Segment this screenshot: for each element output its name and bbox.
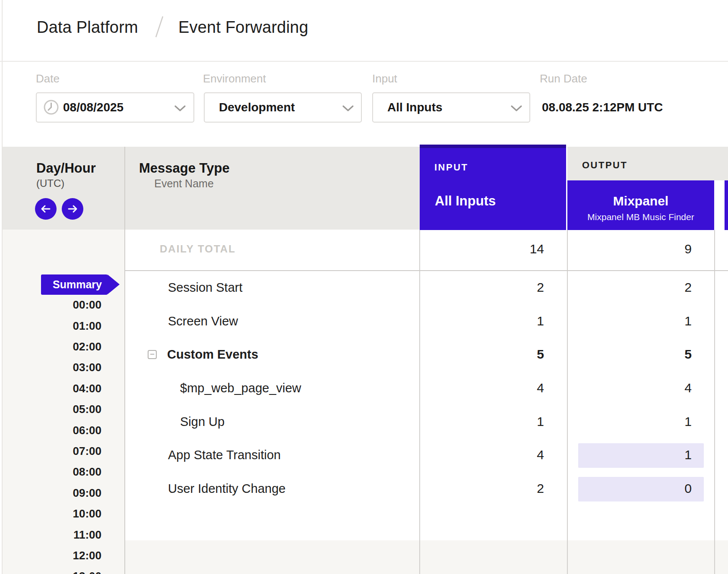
output-count: 4 <box>597 381 692 395</box>
gridline <box>419 230 420 574</box>
environment-select[interactable]: Development <box>204 92 362 123</box>
event-row-name: Custom Events <box>167 347 258 362</box>
input-count: 2 <box>449 280 544 295</box>
table-bottom-background <box>125 540 728 574</box>
breadcrumb-slash-icon <box>152 15 167 39</box>
hour-row-0200[interactable]: 02:00 <box>0 336 101 357</box>
gridline <box>124 147 125 574</box>
output-count: 0 <box>597 481 692 496</box>
hour-row-0800[interactable]: 08:00 <box>0 461 101 482</box>
hour-row-0700[interactable]: 07:00 <box>0 441 101 461</box>
input-select[interactable]: All Inputs <box>372 92 530 123</box>
output-count: 1 <box>597 314 692 328</box>
input-count: 4 <box>449 448 544 462</box>
hour-row-1100[interactable]: 11:00 <box>0 524 101 545</box>
gridline <box>714 230 715 574</box>
hour-row-1300[interactable]: 13:00 <box>0 566 101 574</box>
environment-filter-label: Environment <box>203 72 266 85</box>
event-name-subheader: Event Name <box>139 177 229 190</box>
date-select-value: 08/08/2025 <box>63 93 123 122</box>
hour-row-0000[interactable]: 00:00 <box>0 294 101 315</box>
input-filter-label: Input <box>372 72 397 85</box>
input-select-value: All Inputs <box>387 93 443 122</box>
hour-row-0300[interactable]: 03:00 <box>0 357 101 378</box>
output-count: 2 <box>597 280 692 295</box>
message-type-header: Message Type <box>139 161 230 176</box>
hour-row-0100[interactable]: 01:00 <box>0 315 101 336</box>
date-select[interactable]: 08/08/2025 <box>36 92 194 123</box>
breadcrumb-section[interactable]: Data Platform <box>37 18 138 37</box>
hour-row-0500[interactable]: 05:00 <box>0 399 101 419</box>
output-count: 1 <box>597 448 692 462</box>
event-row-name: $mp_web_page_view <box>180 381 301 395</box>
daily-total-label: DAILY TOTAL <box>160 243 236 255</box>
hour-row-1200[interactable]: 12:00 <box>0 545 101 566</box>
arrow-right-icon <box>62 198 83 220</box>
day-hour-utc-label: (UTC) <box>36 177 64 189</box>
output-count: 1 <box>597 414 692 429</box>
event-row-name: User Identity Change <box>168 482 285 496</box>
output-count: 5 <box>597 347 692 362</box>
input-column-name: All Inputs <box>435 193 496 209</box>
hour-row-0900[interactable]: 09:00 <box>0 483 101 503</box>
input-column-header[interactable] <box>420 145 566 230</box>
input-count: 5 <box>449 347 544 362</box>
next-destination-column-partial <box>725 180 728 230</box>
input-column-accent-strip <box>420 145 566 148</box>
destination-subtitle: Mixpanel MB Music Finder <box>567 212 714 222</box>
event-row-name: App State Transition <box>168 448 281 462</box>
header-divider <box>0 61 728 62</box>
input-column-label: INPUT <box>434 162 468 173</box>
destination-name: Mixpanel <box>567 194 714 208</box>
chevron-down-icon <box>174 105 186 112</box>
next-day-button[interactable] <box>62 198 83 220</box>
environment-select-value: Development <box>219 93 295 122</box>
run-date-value: 08.08.25 2:12PM UTC <box>542 92 663 123</box>
date-filter-label: Date <box>36 72 60 85</box>
hour-row-1000[interactable]: 10:00 <box>0 503 101 524</box>
chevron-down-icon <box>510 105 522 112</box>
chevron-down-icon <box>342 105 354 112</box>
gridline <box>567 230 568 574</box>
input-count: 4 <box>449 381 544 395</box>
event-row-name: Sign Up <box>180 415 225 429</box>
breadcrumb-page: Event Forwarding <box>178 18 308 37</box>
day-hour-header: Day/Hour <box>36 161 96 176</box>
daily-total-separator <box>125 270 728 271</box>
summary-flag-tip <box>108 274 120 294</box>
previous-day-button[interactable] <box>35 198 57 220</box>
hour-row-0400[interactable]: 04:00 <box>0 378 101 399</box>
output-section-label: OUTPUT <box>582 160 627 171</box>
clock-icon <box>43 99 59 115</box>
daily-total-output-value: 9 <box>597 242 692 256</box>
run-date-label: Run Date <box>540 72 587 85</box>
input-count: 1 <box>449 314 544 328</box>
input-count: 1 <box>449 414 544 429</box>
event-row-name: Session Start <box>168 281 242 295</box>
summary-flag-label: Summary <box>41 274 108 295</box>
input-count: 2 <box>449 481 544 496</box>
daily-total-input-value: 14 <box>449 242 544 256</box>
hour-row-0600[interactable]: 06:00 <box>0 420 101 441</box>
collapse-icon[interactable]: − <box>148 350 157 359</box>
event-row-name: Screen View <box>168 314 238 328</box>
arrow-left-icon <box>35 198 57 220</box>
destination-column-header[interactable]: Mixpanel Mixpanel MB Music Finder <box>567 180 714 230</box>
